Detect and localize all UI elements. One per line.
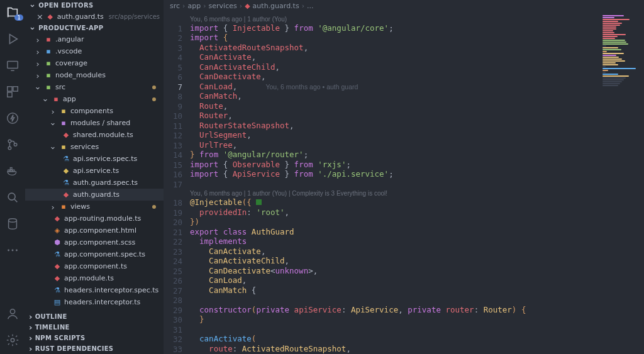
tree-folder[interactable]: ▪app (25, 93, 164, 105)
folder-icon: ▪ (52, 95, 60, 103)
breadcrumb-part[interactable]: app (187, 2, 201, 10)
tree-folder[interactable]: ▪src (25, 81, 164, 93)
database-icon[interactable] (5, 216, 20, 231)
tree-file[interactable]: ⚗app.component.spec.ts (25, 248, 164, 260)
tree-file[interactable]: ◆shared.module.ts (25, 129, 164, 141)
tree-file[interactable]: ◆app-routing.module.ts (25, 213, 164, 224)
remote-icon[interactable] (5, 58, 20, 73)
section-label: TIMELINE (35, 324, 70, 331)
chevron-down-icon (49, 144, 57, 150)
more-icon[interactable] (5, 243, 20, 258)
folder-icon: ▪ (59, 119, 68, 127)
modified-dot-icon (152, 205, 156, 209)
test-file-icon: ⚗ (53, 250, 62, 258)
section-label: OPEN EDITORS (38, 2, 93, 9)
tree-folder[interactable]: ▪components (25, 105, 164, 117)
angular-file-icon: ◆ (53, 274, 62, 282)
close-icon[interactable]: × (36, 12, 43, 21)
tree-file[interactable]: ⚗auth.guard.spec.ts (25, 177, 164, 189)
thunder-icon[interactable] (5, 111, 20, 126)
scss-file-icon: ⬢ (53, 238, 62, 246)
tree-folder[interactable]: ▪.angular (25, 33, 164, 45)
modified-dot-icon (152, 86, 156, 89)
account-icon[interactable] (5, 306, 20, 321)
tree-file[interactable]: ⚗headers.interceptor.spec.ts (25, 284, 164, 296)
tree-folder[interactable]: ▪node_modules (25, 69, 164, 81)
breadcrumb-part[interactable]: src (170, 2, 180, 10)
chevron-right-icon (34, 48, 42, 55)
chevron-right-icon (49, 204, 57, 210)
tree-file[interactable]: ◆api.service.ts (25, 165, 164, 177)
angular-file-icon: ◆ (62, 131, 70, 139)
extensions-icon[interactable] (5, 84, 20, 99)
folder-icon: ▪ (59, 107, 68, 115)
activity-badge: 1 (14, 14, 23, 21)
section-label: RUST DEPENDENCIES (35, 345, 114, 352)
tree-file[interactable]: ◈app.component.html (25, 224, 164, 236)
svg-point-17 (10, 309, 14, 314)
tree-folder[interactable]: ▪views (25, 201, 164, 213)
docker-icon[interactable] (5, 163, 20, 179)
timeline-header[interactable]: TIMELINE (25, 322, 164, 333)
tree-file[interactable]: ◆app.component.ts (25, 260, 164, 272)
tree-file-selected[interactable]: ◆auth.guard.ts (25, 189, 164, 201)
svg-rect-2 (13, 87, 18, 91)
angular-file-icon: ◆ (62, 191, 70, 199)
minimap[interactable] (600, 13, 644, 355)
angular-file-icon: ◆ (46, 13, 55, 21)
angular-file-icon: ◆ (53, 262, 62, 270)
chevron-right-icon (29, 324, 33, 331)
open-editor-item[interactable]: × ◆ auth.guard.ts src/app/services (25, 11, 164, 23)
chevron-right-icon (34, 72, 42, 79)
breadcrumb-part[interactable]: auth.guard.ts (253, 2, 299, 10)
folder-icon: ▪ (44, 83, 53, 91)
code-content[interactable]: You, 6 months ago | 1 author (You) impor… (190, 13, 600, 355)
tree-folder[interactable]: ▪.vscode (25, 45, 164, 57)
code-editor[interactable]: 1234567891011121314151617181920212223242… (164, 13, 644, 355)
run-icon[interactable] (5, 31, 20, 47)
sidebar: OPEN EDITORS × ◆ auth.guard.ts src/app/s… (25, 0, 164, 354)
git-blame-inline: You, 6 months ago • auth guard (265, 83, 358, 91)
settings-icon[interactable] (5, 333, 20, 348)
file-label: auth.guard.ts (57, 13, 104, 21)
npm-scripts-header[interactable]: NPM SCRIPTS (25, 333, 164, 343)
svg-point-14 (8, 250, 9, 252)
test-file-icon: ⚗ (62, 179, 70, 187)
codelens[interactable]: You, 6 months ago | 1 author (You) | Com… (190, 189, 600, 197)
ts-file-icon: ▤ (53, 298, 62, 306)
chevron-down-icon (29, 2, 36, 9)
rust-deps-header[interactable]: RUST DEPENDENCIES (25, 343, 164, 354)
tree-folder[interactable]: ▪coverage (25, 57, 164, 69)
chevron-right-icon (29, 313, 33, 320)
source-control-icon[interactable] (5, 137, 20, 152)
test-file-icon: ⚗ (53, 286, 62, 294)
tree-file[interactable]: ▤headers.interceptor.ts (25, 296, 164, 308)
section-label: NPM SCRIPTS (35, 335, 86, 341)
breadcrumb-part[interactable]: ... (307, 2, 314, 10)
section-label: PRODUCTIVE-APP (38, 25, 103, 31)
chevron-right-icon (49, 108, 57, 114)
tree-folder[interactable]: ▪services (25, 141, 164, 153)
outline-header[interactable]: OUTLINE (25, 311, 164, 322)
tree-file[interactable]: ◆app.module.ts (25, 272, 164, 284)
svg-rect-3 (8, 92, 12, 97)
breadcrumb-part[interactable]: services (209, 2, 237, 10)
svg-point-7 (14, 143, 17, 147)
svg-rect-11 (10, 168, 12, 170)
folder-icon: ▪ (44, 35, 53, 43)
breadcrumb[interactable]: src› app› services› ◆ auth.guard.ts› ... (164, 0, 644, 13)
folder-icon: ▪ (44, 71, 53, 79)
folder-icon: ▪ (59, 143, 68, 151)
codelens[interactable]: You, 6 months ago | 1 author (You) (190, 14, 600, 23)
modified-dot-icon (152, 97, 156, 101)
angular-file-icon: ◆ (53, 214, 62, 223)
test-file-icon: ⚗ (62, 155, 70, 163)
explorer-icon[interactable]: 1 (5, 5, 20, 20)
svg-point-5 (8, 140, 11, 143)
search-icon[interactable] (5, 190, 20, 205)
tree-file[interactable]: ⬢app.component.scss (25, 236, 164, 248)
tree-folder[interactable]: ▪modules / shared (25, 117, 164, 129)
open-editors-header[interactable]: OPEN EDITORS (25, 0, 164, 11)
tree-file[interactable]: ⚗api.service.spec.ts (25, 153, 164, 165)
project-header[interactable]: PRODUCTIVE-APP (25, 23, 164, 33)
